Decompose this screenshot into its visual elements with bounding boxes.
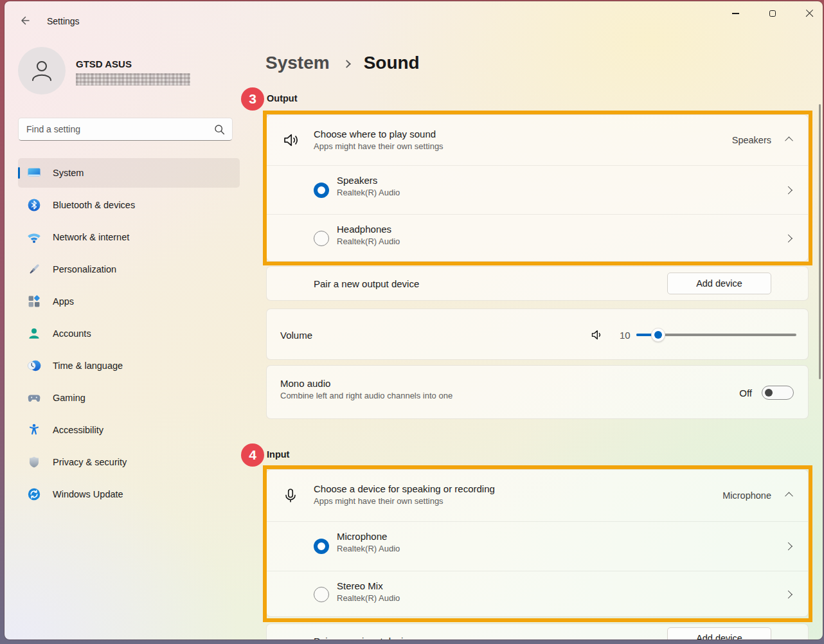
- page-title: Sound: [364, 53, 420, 73]
- gaming-icon: [27, 391, 41, 405]
- windows-update-icon: [27, 487, 41, 501]
- window-title: Settings: [47, 16, 80, 26]
- scrollbar-thumb[interactable]: [819, 104, 821, 379]
- add-output-device-button[interactable]: Add device: [667, 273, 771, 294]
- sidebar-nav: System Bluetooth & devices Network & int…: [11, 158, 240, 512]
- search-icon: [214, 124, 225, 135]
- sidebar-item-accessibility[interactable]: Accessibility: [18, 415, 240, 445]
- avatar[interactable]: [18, 47, 66, 94]
- sidebar-item-label: Accounts: [53, 328, 91, 339]
- sidebar-item-personalization[interactable]: Personalization: [18, 255, 240, 284]
- mono-audio-card: Mono audio Combine left and right audio …: [266, 365, 809, 419]
- volume-card: Volume 10: [266, 309, 809, 360]
- settings-window: Settings GTSD ASUS System: [4, 1, 823, 640]
- sidebar-item-system[interactable]: System: [18, 158, 240, 188]
- accessibility-icon: [27, 423, 41, 437]
- accounts-icon: [27, 326, 41, 341]
- pair-input-card: Pair a new input device Add device: [266, 623, 809, 640]
- annotation-badge-4: 4: [241, 443, 264, 467]
- apps-icon: [27, 294, 41, 309]
- output-heading: Output: [267, 93, 298, 103]
- annotation-badge-3: 3: [241, 87, 264, 111]
- sidebar-item-label: Privacy & security: [53, 457, 127, 467]
- sidebar-item-bluetooth[interactable]: Bluetooth & devices: [18, 190, 240, 220]
- sidebar-item-label: Network & internet: [53, 232, 129, 242]
- volume-label: Volume: [280, 330, 312, 341]
- pair-input-label: Pair a new input device: [314, 636, 413, 640]
- minimize-icon: [732, 13, 739, 13]
- mono-audio-subtitle: Combine left and right audio channels in…: [280, 391, 452, 400]
- sidebar-item-gaming[interactable]: Gaming: [18, 383, 240, 413]
- volume-icon: [590, 328, 604, 342]
- mono-audio-toggle[interactable]: [762, 386, 794, 400]
- pair-output-card: Pair a new output device Add device: [266, 266, 809, 301]
- mono-toggle-state: Off: [739, 388, 752, 398]
- maximize-icon: [769, 10, 776, 17]
- annotation-box-output: [263, 111, 812, 265]
- sidebar-item-windows-update[interactable]: Windows Update: [18, 479, 240, 509]
- sidebar-item-label: Bluetooth & devices: [53, 200, 135, 210]
- sidebar-item-label: Accessibility: [53, 425, 103, 435]
- sidebar-item-label: Time & language: [53, 361, 123, 371]
- input-heading: Input: [267, 449, 289, 460]
- minimize-button[interactable]: [721, 1, 750, 26]
- add-input-device-button[interactable]: Add device: [667, 627, 771, 640]
- person-icon: [28, 57, 56, 85]
- pair-output-label: Pair a new output device: [314, 278, 419, 289]
- breadcrumb-chevron-icon: [343, 60, 351, 68]
- close-button[interactable]: [795, 1, 823, 26]
- volume-slider-thumb[interactable]: [651, 328, 665, 342]
- bluetooth-icon: [27, 198, 41, 212]
- back-button[interactable]: [13, 10, 37, 31]
- sidebar-item-accounts[interactable]: Accounts: [18, 319, 240, 348]
- sidebar-item-privacy[interactable]: Privacy & security: [18, 447, 240, 477]
- sidebar-item-label: Gaming: [53, 393, 85, 403]
- time-language-icon: [27, 359, 41, 373]
- user-email-redacted: [76, 73, 190, 85]
- sidebar-item-time-language[interactable]: Time & language: [18, 351, 240, 380]
- sidebar-item-label: System: [53, 168, 84, 178]
- wifi-icon: [27, 230, 41, 244]
- user-name: GTSD ASUS: [76, 58, 132, 69]
- sidebar-item-network[interactable]: Network & internet: [18, 222, 240, 252]
- system-icon: [27, 166, 41, 180]
- sidebar-item-label: Personalization: [53, 264, 116, 274]
- maximize-button[interactable]: [758, 1, 787, 26]
- shield-icon: [27, 455, 41, 469]
- sidebar-item-label: Apps: [53, 296, 74, 307]
- search-box[interactable]: [18, 118, 233, 141]
- mono-audio-title: Mono audio: [280, 378, 452, 389]
- close-icon: [805, 9, 814, 18]
- volume-slider[interactable]: [636, 334, 796, 336]
- breadcrumb-system[interactable]: System: [265, 53, 330, 73]
- back-arrow-icon: [19, 15, 31, 26]
- sidebar-item-apps[interactable]: Apps: [18, 287, 240, 316]
- sidebar-item-label: Windows Update: [53, 489, 123, 499]
- paintbrush-icon: [27, 262, 41, 276]
- volume-value: 10: [620, 330, 631, 341]
- annotation-box-input: [263, 465, 812, 622]
- breadcrumb: System Sound: [265, 50, 420, 76]
- search-input[interactable]: [19, 124, 214, 134]
